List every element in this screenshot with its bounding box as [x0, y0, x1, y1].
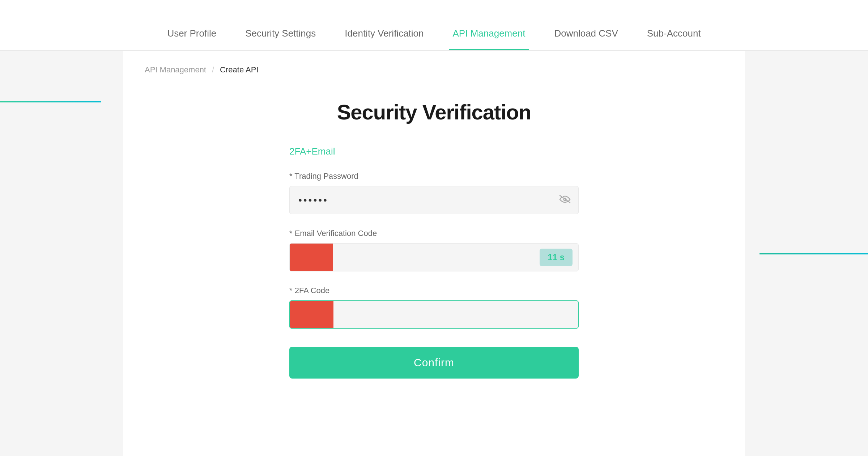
page-title: Security Verification — [289, 100, 579, 124]
nav-tab-user-profile[interactable]: User Profile — [163, 0, 220, 50]
twofa-red-block — [290, 301, 333, 328]
password-toggle-icon[interactable] — [559, 194, 571, 206]
email-code-label: * Email Verification Code — [289, 229, 579, 238]
nav-tabs: User Profile Security Settings Identity … — [163, 0, 704, 50]
trading-password-group: * Trading Password — [289, 172, 579, 214]
nav-tab-identity-verification[interactable]: Identity Verification — [341, 0, 427, 50]
breadcrumb: API Management / Create API — [145, 65, 723, 75]
breadcrumb-separator: / — [212, 65, 214, 75]
email-code-input[interactable] — [333, 244, 540, 271]
email-code-wrapper: 11 s — [289, 243, 579, 271]
twofa-code-group: * 2FA Code — [289, 286, 579, 329]
twofa-email-label: 2FA+Email — [289, 146, 579, 157]
email-code-red-block — [290, 244, 333, 271]
twofa-code-label: * 2FA Code — [289, 286, 579, 295]
nav-tab-security-settings[interactable]: Security Settings — [242, 0, 319, 50]
confirm-button[interactable]: Confirm — [289, 347, 579, 379]
breadcrumb-current: Create API — [220, 65, 258, 75]
twofa-code-input[interactable] — [333, 301, 578, 328]
breadcrumb-parent[interactable]: API Management — [145, 65, 206, 75]
trading-password-wrapper — [289, 186, 579, 214]
twofa-code-wrapper — [289, 300, 579, 329]
nav-tab-download-csv[interactable]: Download CSV — [550, 0, 621, 50]
main-content: API Management / Create API Security Ver… — [123, 51, 745, 456]
email-code-group: * Email Verification Code 11 s — [289, 229, 579, 271]
timer-badge: 11 s — [540, 249, 573, 266]
deco-line-right-blue — [760, 253, 868, 254]
nav-tab-sub-account[interactable]: Sub-Account — [643, 0, 705, 50]
nav-tab-api-management[interactable]: API Management — [449, 0, 529, 50]
trading-password-input[interactable] — [289, 186, 579, 214]
form-container: Security Verification 2FA+Email * Tradin… — [289, 93, 579, 379]
deco-line-left-green — [0, 101, 101, 102]
navigation-bar: User Profile Security Settings Identity … — [0, 0, 868, 51]
trading-password-label: * Trading Password — [289, 172, 579, 181]
